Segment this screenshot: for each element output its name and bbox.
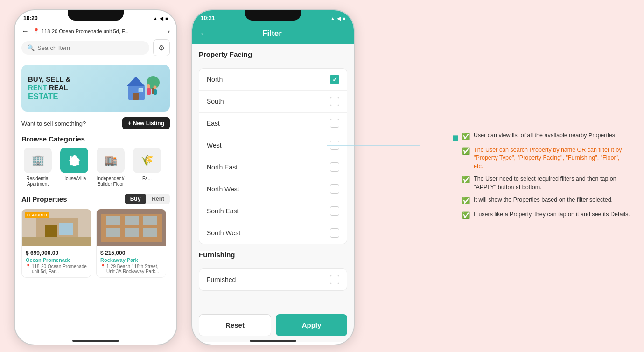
farm-icon-box: 🌾	[133, 148, 161, 173]
filter-title: Filter	[213, 29, 331, 38]
annotation-text-3: The User need to select required filters…	[474, 175, 630, 191]
option-northeast[interactable]: North East	[199, 156, 347, 178]
option-west-label: West	[207, 141, 222, 149]
option-south[interactable]: South	[199, 90, 347, 112]
option-south-checkbox[interactable]	[330, 97, 339, 106]
property-photo-2	[97, 209, 166, 246]
rent-toggle[interactable]: Rent	[146, 194, 170, 204]
all-properties-title: All Properties	[21, 195, 67, 203]
annotation-text-5: If users like a Property, they can tap o…	[474, 211, 630, 219]
svg-point-6	[147, 84, 150, 88]
signal-icon: ▲	[153, 16, 158, 21]
residential-icon-box: 🏢	[24, 148, 52, 173]
property-address-2: 📍 1-29 Beach 118th Street, Unit 3A Rocka…	[100, 264, 162, 274]
option-northeast-checkbox[interactable]	[330, 162, 339, 172]
battery-icon: ■	[165, 16, 168, 21]
option-southeast-label: South East	[207, 207, 239, 215]
buy-rent-toggle: Buy Rent	[125, 194, 170, 204]
wifi-icon: ◀	[160, 16, 163, 21]
option-southeast-checkbox[interactable]	[330, 206, 339, 216]
option-furnished-label: Furnished	[207, 276, 236, 283]
annotation-item-1: ✅ User can view list of all the availabl…	[462, 132, 630, 141]
option-east[interactable]: East	[199, 112, 347, 134]
phone2-status-icons: ▲ ◀ ■	[330, 16, 345, 21]
hero-banner: BUY, SELL & RENT REAL ESTATE	[21, 65, 170, 112]
hero-line3: ESTATE	[28, 92, 121, 101]
option-north[interactable]: North	[199, 69, 347, 90]
category-independent[interactable]: 🏬 Independent/Builder Floor	[94, 148, 127, 187]
check-icon-1: ✅	[462, 132, 470, 141]
phone1-header: ← 📍 118-20 Ocean Promenade unit 5d, F...…	[15, 25, 176, 60]
option-east-checkbox[interactable]	[330, 119, 339, 128]
dropdown-icon[interactable]: ▾	[168, 29, 170, 34]
phone2-notch	[245, 10, 301, 21]
option-southeast[interactable]: South East	[199, 200, 347, 222]
property-facing-title: Property Facing	[199, 50, 252, 58]
reset-button[interactable]: Reset	[199, 314, 271, 336]
property-info-1: $ 699,000.00 Ocean Promenade 📍 118-20 Oc…	[22, 246, 91, 277]
sell-text: Want to sell something?	[21, 120, 86, 127]
phone1-home-indicator	[72, 340, 119, 342]
annotation-item-2: ✅ The User can search Property by name O…	[462, 146, 630, 171]
option-west[interactable]: West	[199, 134, 347, 156]
filter-back-button[interactable]: ←	[200, 29, 207, 38]
all-properties-header: All Properties Buy Rent	[21, 194, 170, 204]
search-box[interactable]: 🔍	[21, 41, 149, 55]
option-furnished-checkbox[interactable]	[330, 275, 339, 284]
option-west-checkbox[interactable]	[330, 141, 339, 150]
filter-button[interactable]: ⚙	[153, 39, 170, 56]
svg-rect-2	[133, 93, 139, 100]
featured-badge: FEATURED	[25, 212, 49, 218]
category-residential[interactable]: 🏢 ResidentialApartment	[21, 148, 54, 187]
option-northwest[interactable]: North West	[199, 178, 347, 200]
option-southwest[interactable]: South West	[199, 222, 347, 244]
hero-line2: RENT REAL	[28, 84, 121, 92]
svg-rect-9	[154, 89, 157, 95]
property-facing-header: Property Facing	[192, 44, 354, 63]
back-button[interactable]: ←	[21, 27, 29, 35]
property-info-2: $ 215,000 Rockaway Park 📍 1-29 Beach 118…	[97, 246, 166, 277]
signal2-icon: ▲	[330, 16, 335, 21]
svg-rect-14	[22, 237, 91, 246]
option-north-checkbox[interactable]	[330, 75, 339, 84]
furnishing-header: Furnishing	[192, 244, 354, 263]
independent-icon: 🏬	[105, 155, 117, 167]
option-southwest-label: South West	[207, 229, 240, 237]
new-listing-button[interactable]: + New Listing	[122, 117, 170, 129]
svg-point-8	[154, 86, 157, 89]
property-location-1: Ocean Promenade	[26, 257, 87, 263]
category-house[interactable]: 🏠 House/Villa	[58, 148, 91, 187]
option-northwest-checkbox[interactable]	[330, 184, 339, 194]
search-input[interactable]	[37, 44, 144, 51]
svg-rect-20	[106, 228, 120, 237]
category-farm[interactable]: 🌾 Fa...	[131, 148, 163, 187]
apply-button[interactable]: Apply	[276, 314, 347, 336]
buy-toggle[interactable]: Buy	[125, 194, 147, 204]
property-facing-section: North South East West North East	[199, 68, 347, 244]
independent-label: Independent/Builder Floor	[97, 176, 124, 187]
option-east-label: East	[207, 120, 220, 127]
option-northeast-label: North East	[207, 163, 238, 171]
annotation-text-2: The User can search Property by name OR …	[474, 146, 630, 171]
property-image-1: FEATURED	[22, 209, 91, 246]
phone2-home-indicator	[250, 340, 296, 342]
option-furnished[interactable]: Furnished	[199, 269, 347, 290]
annotation-text-4: It will show the Properties based on the…	[474, 196, 613, 204]
option-southwest-checkbox[interactable]	[330, 228, 339, 238]
svg-rect-17	[106, 216, 120, 225]
phone1-nav: ← 📍 118-20 Ocean Promenade unit 5d, F...…	[21, 27, 170, 35]
property-card-2[interactable]: $ 215,000 Rockaway Park 📍 1-29 Beach 118…	[96, 209, 166, 278]
property-card-1[interactable]: FEATURED $ 699,000.00 Ocean Promenade	[21, 209, 91, 278]
option-north-label: North	[207, 76, 223, 83]
svg-marker-1	[127, 77, 145, 86]
phone1-notch	[68, 10, 124, 21]
property-cards: FEATURED $ 699,000.00 Ocean Promenade	[21, 209, 170, 278]
independent-icon-box: 🏬	[97, 148, 125, 173]
location-pin-icon: 📍	[33, 28, 40, 35]
phone2-header: ← Filter	[192, 25, 354, 44]
page-container: 10:20 ▲ ◀ ■ ← 📍 118-20 Ocean Promenade u…	[0, 0, 644, 352]
categories-title: Browse Categories	[21, 135, 170, 143]
hero-text: BUY, SELL & RENT REAL ESTATE	[28, 75, 121, 101]
battery2-icon: ■	[343, 16, 345, 21]
annotations-panel: ✅ User can view list of all the availabl…	[453, 132, 630, 220]
